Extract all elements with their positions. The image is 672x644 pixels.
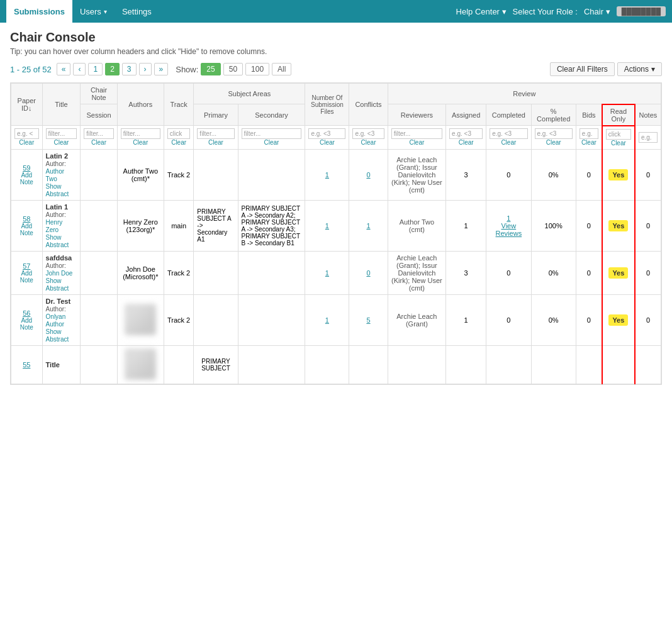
filter-session-clear[interactable]: Clear: [84, 139, 113, 146]
filter-bids-input[interactable]: [580, 128, 598, 139]
filter-title[interactable]: Clear: [42, 126, 81, 150]
filter-pct[interactable]: Clear: [531, 126, 576, 150]
show-100[interactable]: 100: [245, 63, 269, 75]
filter-bids[interactable]: Clear: [576, 126, 602, 150]
filter-completed[interactable]: Clear: [486, 126, 531, 150]
numfiles-57[interactable]: 1: [305, 251, 349, 294]
filter-assigned[interactable]: Clear: [446, 126, 486, 150]
filter-session-input[interactable]: [84, 128, 113, 139]
filter-reviewers-clear[interactable]: Clear: [391, 139, 442, 146]
filter-track[interactable]: Clear: [164, 126, 194, 150]
filter-conflicts-input[interactable]: [352, 128, 384, 139]
filter-primary-clear[interactable]: Clear: [197, 139, 234, 146]
numfiles-59[interactable]: 1: [305, 149, 349, 200]
paper-id-value[interactable]: 55: [23, 361, 30, 369]
nav-submissions[interactable]: Submissions: [6, 0, 72, 23]
filter-authors-clear[interactable]: Clear: [121, 139, 160, 146]
paper-id-value[interactable]: 56: [23, 309, 30, 317]
page-last[interactable]: »: [154, 63, 169, 75]
add-note-57[interactable]: Add Note: [14, 270, 39, 284]
nav-settings[interactable]: Settings: [115, 0, 159, 23]
readonly-57[interactable]: Yes: [602, 251, 635, 294]
conflicts-59[interactable]: 0: [349, 149, 388, 200]
filter-title-clear[interactable]: Clear: [46, 139, 77, 146]
filter-numfiles[interactable]: Clear: [305, 126, 349, 150]
filter-paperid-input[interactable]: [14, 128, 39, 139]
filter-readonly-input[interactable]: [606, 129, 631, 140]
filter-track-clear[interactable]: Clear: [167, 139, 191, 146]
nav-users[interactable]: Users ▾: [72, 0, 115, 23]
readonly-59[interactable]: Yes: [602, 149, 635, 200]
filter-numfiles-input[interactable]: [308, 128, 345, 139]
filter-secondary-input[interactable]: [242, 128, 302, 139]
filter-secondary-clear[interactable]: Clear: [242, 139, 302, 146]
filter-track-input[interactable]: [167, 128, 191, 139]
numfiles-56[interactable]: 1: [305, 294, 349, 345]
user-account[interactable]: ████████: [617, 6, 666, 16]
filter-pct-input[interactable]: [535, 128, 573, 139]
show-abstract-58[interactable]: Show Abstract: [46, 234, 69, 248]
filter-reviewers-input[interactable]: [391, 128, 442, 139]
filter-primary[interactable]: Clear: [194, 126, 238, 150]
page-1[interactable]: 1: [88, 63, 103, 75]
help-center[interactable]: Help Center ▾: [456, 7, 507, 16]
paper-id-value[interactable]: 58: [23, 215, 30, 223]
actions-button[interactable]: Actions ▾: [617, 62, 662, 76]
paper-id-value[interactable]: 57: [23, 262, 30, 270]
author-name-56[interactable]: Onlyan Author: [46, 313, 66, 328]
add-note-58[interactable]: Add Note: [14, 223, 39, 236]
paper-id-value[interactable]: 59: [23, 164, 30, 172]
show-50[interactable]: 50: [223, 63, 243, 75]
show-abstract-59[interactable]: Show Abstract: [46, 183, 69, 197]
conflicts-56[interactable]: 5: [349, 294, 388, 345]
add-note-56[interactable]: Add Note: [14, 317, 39, 331]
author-name-59[interactable]: Author Two: [46, 168, 64, 182]
readonly-58[interactable]: Yes: [602, 200, 635, 251]
show-all[interactable]: All: [272, 63, 291, 75]
filter-bids-clear[interactable]: Clear: [580, 139, 598, 146]
filter-paperid[interactable]: Clear: [11, 126, 43, 150]
author-name-58[interactable]: Henry Zero: [46, 219, 63, 233]
author-name-57[interactable]: John Doe: [46, 270, 73, 277]
filter-secondary[interactable]: Clear: [238, 126, 305, 150]
table-row: 58 Add Note Latin 1 Author: Henry Zero S…: [11, 200, 661, 251]
conflicts-58[interactable]: 1: [349, 200, 388, 251]
filter-authors[interactable]: Clear: [117, 126, 164, 150]
clear-all-filters-button[interactable]: Clear All Filters: [550, 62, 615, 76]
show-25[interactable]: 25: [201, 63, 220, 75]
th-secondary: Secondary: [238, 104, 305, 126]
filter-conflicts[interactable]: Clear: [349, 126, 388, 150]
conflicts-57[interactable]: 0: [349, 251, 388, 294]
filter-readonly-clear[interactable]: Clear: [606, 140, 631, 147]
filter-conflicts-clear[interactable]: Clear: [352, 139, 384, 146]
page-2[interactable]: 2: [105, 63, 120, 75]
filter-title-input[interactable]: [46, 128, 77, 139]
filter-session[interactable]: Clear: [81, 126, 117, 150]
filter-reviewers[interactable]: Clear: [388, 126, 445, 150]
show-abstract-56[interactable]: Show Abstract: [46, 328, 69, 343]
completed-55: [486, 345, 531, 384]
completed-58[interactable]: 1View Reviews: [486, 200, 531, 251]
role-selector[interactable]: Chair ▾: [584, 7, 610, 16]
add-note-59[interactable]: Add Note: [14, 172, 39, 186]
filter-assigned-clear[interactable]: Clear: [449, 139, 483, 146]
page-first[interactable]: «: [57, 63, 71, 75]
filter-notes[interactable]: [635, 126, 661, 150]
numfiles-58[interactable]: 1: [305, 200, 349, 251]
readonly-56[interactable]: Yes: [602, 294, 635, 345]
filter-notes-input[interactable]: [639, 132, 658, 143]
filter-pct-clear[interactable]: Clear: [535, 139, 573, 146]
filter-completed-input[interactable]: [490, 128, 527, 139]
filter-readonly[interactable]: Clear: [602, 126, 635, 150]
filter-primary-input[interactable]: [197, 128, 234, 139]
filter-completed-clear[interactable]: Clear: [490, 139, 527, 146]
filter-paperid-clear[interactable]: Clear: [14, 139, 39, 146]
page-next[interactable]: ›: [139, 63, 152, 75]
show-abstract-57[interactable]: Show Abstract: [46, 277, 69, 292]
filter-assigned-input[interactable]: [449, 128, 483, 139]
primary-58: PRIMARY SUBJECT A -> Secondary A1: [194, 200, 238, 251]
page-prev[interactable]: ‹: [73, 63, 86, 75]
page-3[interactable]: 3: [122, 63, 137, 75]
filter-authors-input[interactable]: [121, 128, 160, 139]
filter-numfiles-clear[interactable]: Clear: [308, 139, 345, 146]
